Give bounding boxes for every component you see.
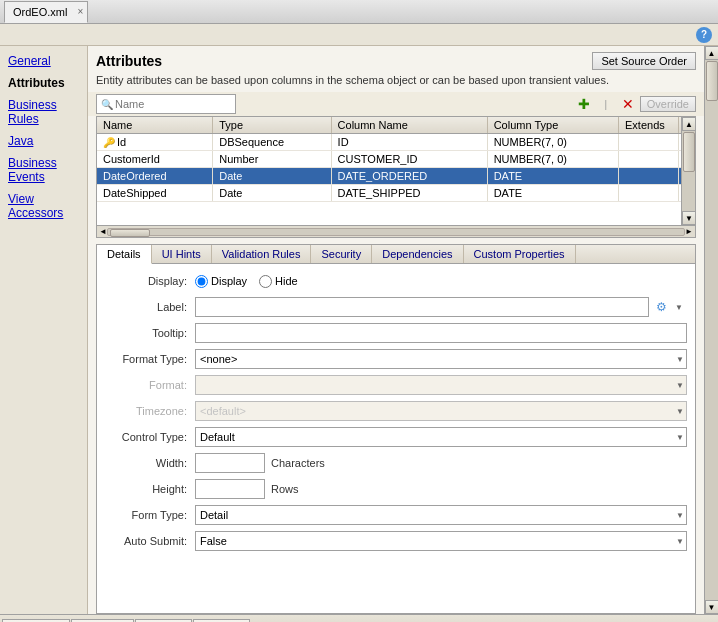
- radio-display-input[interactable]: [195, 275, 208, 288]
- radio-display[interactable]: Display: [195, 275, 247, 288]
- sidebar-item-business-rules[interactable]: Business Rules: [0, 94, 87, 130]
- cell-column-name: ID: [331, 134, 487, 151]
- sidebar-item-view-accessors[interactable]: View Accessors: [0, 188, 87, 224]
- table-row[interactable]: DateShipped Date DATE_SHIPPED DATE: [97, 185, 695, 202]
- timezone-label: Timezone:: [105, 405, 195, 417]
- tab-custom-properties[interactable]: Custom Properties: [464, 245, 576, 263]
- tooltip-label: Tooltip:: [105, 327, 195, 339]
- cell-column-type: NUMBER(7, 0): [487, 151, 618, 168]
- add-attribute-button[interactable]: ✚: [574, 94, 594, 114]
- attributes-table-container: Name Type Column Name Column Type Extend…: [96, 116, 696, 226]
- label-input[interactable]: [195, 297, 649, 317]
- tab-validation-rules[interactable]: Validation Rules: [212, 245, 312, 263]
- scroll-top-button[interactable]: ▲: [705, 46, 719, 60]
- timezone-select[interactable]: <default>: [195, 401, 687, 421]
- search-box[interactable]: 🔍: [96, 94, 236, 114]
- content-description: Entity attributes can be based upon colu…: [88, 74, 704, 92]
- title-bar: OrdEO.xml ×: [0, 0, 718, 24]
- tab-filename: OrdEO.xml: [13, 6, 67, 18]
- title-tab[interactable]: OrdEO.xml ×: [4, 1, 88, 23]
- format-type-select-wrapper: <none> Date Number Text: [195, 349, 687, 369]
- delete-attribute-button[interactable]: ✕: [618, 94, 638, 114]
- display-label: Display:: [105, 275, 195, 287]
- width-input[interactable]: [195, 453, 265, 473]
- sidebar-item-attributes[interactable]: Attributes: [0, 72, 87, 94]
- height-input[interactable]: [195, 479, 265, 499]
- scroll-thumb[interactable]: [110, 229, 150, 237]
- help-icon[interactable]: ?: [696, 27, 712, 43]
- content-header: Attributes Set Source Order: [88, 46, 704, 74]
- form-row-auto-submit: Auto Submit: False True: [105, 530, 687, 552]
- radio-hide[interactable]: Hide: [259, 275, 298, 288]
- col-header-column-type: Column Type: [487, 117, 618, 134]
- set-source-order-button[interactable]: Set Source Order: [592, 52, 696, 70]
- form-row-format-type: Format Type: <none> Date Number Text: [105, 348, 687, 370]
- cell-name: DateOrdered: [97, 168, 213, 185]
- radio-hide-label: Hide: [275, 275, 298, 287]
- page-title: Attributes: [96, 53, 162, 69]
- sidebar-item-java[interactable]: Java: [0, 130, 87, 152]
- tab-details[interactable]: Details: [97, 245, 152, 264]
- cell-extends: [619, 185, 679, 202]
- col-header-name: Name: [97, 117, 213, 134]
- format-select[interactable]: [195, 375, 687, 395]
- table-row[interactable]: 🔑Id DBSequence ID NUMBER(7, 0): [97, 134, 695, 151]
- sidebar-item-business-events[interactable]: Business Events: [0, 152, 87, 188]
- auto-submit-label: Auto Submit:: [105, 535, 195, 547]
- cell-column-name: CUSTOMER_ID: [331, 151, 487, 168]
- form-type-select[interactable]: Detail Summary Both: [195, 505, 687, 525]
- close-tab-button[interactable]: ×: [78, 6, 84, 17]
- radio-hide-input[interactable]: [259, 275, 272, 288]
- col-header-column-name: Column Name: [331, 117, 487, 134]
- gear-icon[interactable]: ⚙: [651, 297, 671, 317]
- cell-type: DBSequence: [213, 134, 331, 151]
- sidebar-item-general[interactable]: General: [0, 50, 87, 72]
- auto-submit-select[interactable]: False True: [195, 531, 687, 551]
- cell-extends: [619, 151, 679, 168]
- form-type-label: Form Type:: [105, 509, 195, 521]
- format-type-select[interactable]: <none> Date Number Text: [195, 349, 687, 369]
- scroll-up-button[interactable]: ▲: [682, 117, 696, 131]
- tab-dependencies[interactable]: Dependencies: [372, 245, 463, 263]
- scrollbar-track[interactable]: [705, 60, 719, 600]
- right-scrollbar[interactable]: ▲ ▼: [704, 46, 718, 614]
- form-row-tooltip: Tooltip:: [105, 322, 687, 344]
- details-panel: Details UI Hints Validation Rules Securi…: [96, 244, 696, 614]
- details-tabs-bar: Details UI Hints Validation Rules Securi…: [97, 245, 695, 264]
- width-suffix: Characters: [271, 457, 325, 469]
- form-row-control-type: Control Type: Default Text Date ComboBox: [105, 426, 687, 448]
- label-dropdown-button[interactable]: ▼: [671, 297, 687, 317]
- scrollbar-thumb[interactable]: [706, 61, 718, 101]
- table-scrollbar[interactable]: ▲ ▼: [681, 117, 695, 225]
- scroll-bottom-button[interactable]: ▼: [705, 600, 719, 614]
- details-form: Display: Display Hide Label:: [97, 264, 695, 613]
- cell-name: 🔑Id: [97, 134, 213, 151]
- control-type-select[interactable]: Default Text Date ComboBox: [195, 427, 687, 447]
- key-icon: 🔑: [103, 137, 115, 148]
- form-row-timezone: Timezone: <default>: [105, 400, 687, 422]
- scroll-right-button[interactable]: ►: [685, 227, 693, 236]
- tab-security[interactable]: Security: [311, 245, 372, 263]
- display-radio-group: Display Hide: [195, 275, 298, 288]
- format-label: Format:: [105, 379, 195, 391]
- cell-name: CustomerId: [97, 151, 213, 168]
- tooltip-input[interactable]: [195, 323, 687, 343]
- form-row-height: Height: Rows: [105, 478, 687, 500]
- form-type-select-wrapper: Detail Summary Both: [195, 505, 687, 525]
- search-input[interactable]: [115, 98, 231, 110]
- horizontal-scrollbar[interactable]: ◄ ►: [96, 226, 696, 238]
- tab-ui-hints[interactable]: UI Hints: [152, 245, 212, 263]
- cell-column-type: NUMBER(7, 0): [487, 134, 618, 151]
- table-row[interactable]: CustomerId Number CUSTOMER_ID NUMBER(7, …: [97, 151, 695, 168]
- help-bar: ?: [0, 24, 718, 46]
- scroll-left-button[interactable]: ◄: [99, 227, 107, 236]
- cell-column-type: DATE: [487, 168, 618, 185]
- form-row-format: Format:: [105, 374, 687, 396]
- override-button[interactable]: Override: [640, 96, 696, 112]
- scroll-track[interactable]: [107, 228, 685, 236]
- table-row-selected[interactable]: DateOrdered Date DATE_ORDERED DATE: [97, 168, 695, 185]
- toolbar-separator: |: [596, 94, 616, 114]
- auto-submit-select-wrapper: False True: [195, 531, 687, 551]
- scroll-down-button[interactable]: ▼: [682, 211, 696, 225]
- cell-name: DateShipped: [97, 185, 213, 202]
